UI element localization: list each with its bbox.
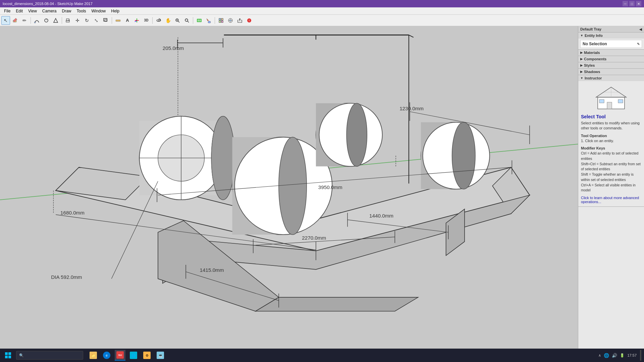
tool-text[interactable]: A (123, 16, 132, 25)
tool-section-plane[interactable] (195, 16, 204, 25)
svg-rect-32 (219, 21, 221, 22)
tray-collapse-icon[interactable]: ◀ (639, 27, 642, 31)
instructor-header[interactable]: ▼ Instructor (578, 75, 644, 81)
menu-view[interactable]: View (25, 8, 40, 14)
svg-text:1680.0mm: 1680.0mm (60, 210, 85, 216)
taskbar-app-browser[interactable]: e (101, 350, 112, 361)
taskbar-search[interactable]: 🔍 (16, 351, 83, 360)
svg-rect-108 (618, 100, 623, 103)
svg-rect-106 (607, 102, 612, 109)
svg-rect-9 (104, 18, 107, 21)
svg-text:2270.0mm: 2270.0mm (302, 235, 326, 241)
tool-share[interactable] (235, 16, 244, 25)
menu-camera[interactable]: Camera (40, 8, 59, 14)
taskbar-app-3[interactable]: 🌐 (128, 350, 139, 361)
tool-offset[interactable] (101, 16, 110, 25)
taskbar-clock[interactable]: 17:57 (627, 353, 637, 358)
tool-rotate[interactable]: ↻ (83, 16, 91, 25)
svg-rect-31 (221, 18, 223, 20)
svg-rect-30 (219, 18, 221, 20)
tool-zoom-extents[interactable] (182, 16, 191, 25)
taskbar-hidden-icons[interactable]: ∧ (598, 353, 601, 358)
instructor-link[interactable]: Click to learn about more advanced opera… (581, 196, 641, 204)
minimize-button[interactable]: ─ (623, 1, 628, 6)
tool-select[interactable]: ↖ (1, 16, 10, 25)
entity-info-header[interactable]: ▼ Entity Info (578, 33, 644, 39)
tool-move[interactable]: ✛ (73, 16, 82, 25)
tool-pushpull[interactable] (64, 16, 72, 25)
svg-text:205.0mm: 205.0mm (163, 45, 184, 51)
svg-point-67 (452, 122, 475, 189)
svg-rect-27 (185, 19, 187, 21)
styles-section[interactable]: ▶ Styles (578, 62, 644, 69)
tool-pencil[interactable]: ✏ (20, 16, 29, 25)
svg-marker-47 (256, 297, 418, 311)
maximize-button[interactable]: □ (629, 1, 635, 6)
tool-arc[interactable] (33, 16, 41, 25)
menu-draw[interactable]: Draw (59, 8, 74, 14)
tool-orbit[interactable] (154, 16, 163, 25)
tool-shapes[interactable] (51, 16, 60, 25)
tray-title: Default Tray (580, 27, 601, 31)
entity-info-section: ▼ Entity Info No Selection ✎ (578, 33, 644, 50)
taskbar-app-sketchup[interactable]: SU (115, 350, 125, 361)
menu-window[interactable]: Window (89, 8, 109, 14)
svg-point-63 (346, 103, 367, 166)
menu-help[interactable]: Help (108, 8, 122, 14)
instructor-operation-title: Tool Operation (581, 134, 641, 138)
svg-rect-107 (599, 100, 604, 103)
toolbar-separator-5 (193, 17, 193, 24)
tool-axes[interactable] (132, 16, 141, 25)
components-arrow: ▶ (580, 57, 583, 61)
close-button[interactable]: ✕ (636, 1, 641, 6)
taskbar-app-4[interactable]: ⚙ (142, 350, 152, 361)
components-section[interactable]: ▶ Components (578, 56, 644, 62)
tray-icon-volume[interactable]: 🔊 (612, 353, 617, 358)
tray-icon-battery[interactable]: 🔋 (620, 353, 625, 358)
taskbar-app-file[interactable]: 📁 (88, 350, 99, 361)
toolbar-separator-4 (152, 17, 153, 24)
taskbar-tray: ∧ 🌐 🔊 🔋 17:57 (598, 350, 641, 361)
viewport[interactable]: 205.0mm 1230.0mm 1680.0mm 3950.0mm 1440.… (0, 26, 578, 354)
tool-get-models[interactable] (226, 16, 235, 25)
instructor-description: Select entities to modify when using oth… (581, 121, 641, 131)
svg-text:T: T (249, 19, 250, 22)
tray-icon-network[interactable]: 🌐 (604, 353, 609, 358)
components-label: Components (584, 57, 606, 61)
tool-circle[interactable] (42, 16, 51, 25)
svg-point-59 (279, 137, 307, 235)
taskbar: 🔍 📁 e SU 🌐 ⚙ 💻 ∧ 🌐 🔊 🔋 17:57 (0, 349, 644, 362)
menu-edit[interactable]: Edit (13, 8, 25, 14)
tool-components[interactable] (217, 16, 225, 25)
menu-file[interactable]: File (1, 8, 13, 14)
show-desktop-button[interactable] (640, 350, 641, 361)
shadows-section[interactable]: ▶ Shadows (578, 69, 644, 75)
start-button[interactable] (3, 350, 13, 361)
tool-eraser[interactable] (11, 16, 19, 25)
right-panel: Default Tray ◀ ▼ Entity Info No Selectio… (578, 26, 644, 354)
svg-rect-114 (8, 352, 11, 355)
tool-paint[interactable] (204, 16, 213, 25)
taskbar-app-5[interactable]: 💻 (155, 350, 166, 361)
instructor-modifiers: Ctrl = Add an entity to set of selected … (581, 151, 641, 193)
materials-label: Materials (584, 51, 600, 55)
instructor-content: Select Tool Select entities to modify wh… (578, 81, 644, 206)
svg-point-2 (34, 22, 36, 23)
tool-pan[interactable]: ✋ (164, 16, 172, 25)
tray-header[interactable]: Default Tray ◀ (578, 26, 644, 33)
svg-rect-33 (221, 21, 223, 22)
tool-tape-measure[interactable] (114, 16, 122, 25)
instructor-illustration (591, 84, 631, 111)
tool-trimble[interactable]: T (245, 16, 254, 25)
materials-section[interactable]: ▶ Materials (578, 50, 644, 56)
entity-info-label: Entity Info (585, 34, 603, 38)
svg-rect-116 (8, 356, 11, 358)
tool-3dtext[interactable]: 3D (142, 16, 151, 25)
svg-rect-113 (5, 352, 8, 355)
toolbar-separator-6 (215, 17, 215, 24)
tool-zoom[interactable] (173, 16, 182, 25)
menu-tools[interactable]: Tools (74, 8, 89, 14)
entity-edit-icon[interactable]: ✎ (637, 42, 640, 46)
no-selection-text: No Selection (583, 42, 607, 46)
tool-scale[interactable]: ⤡ (92, 16, 101, 25)
